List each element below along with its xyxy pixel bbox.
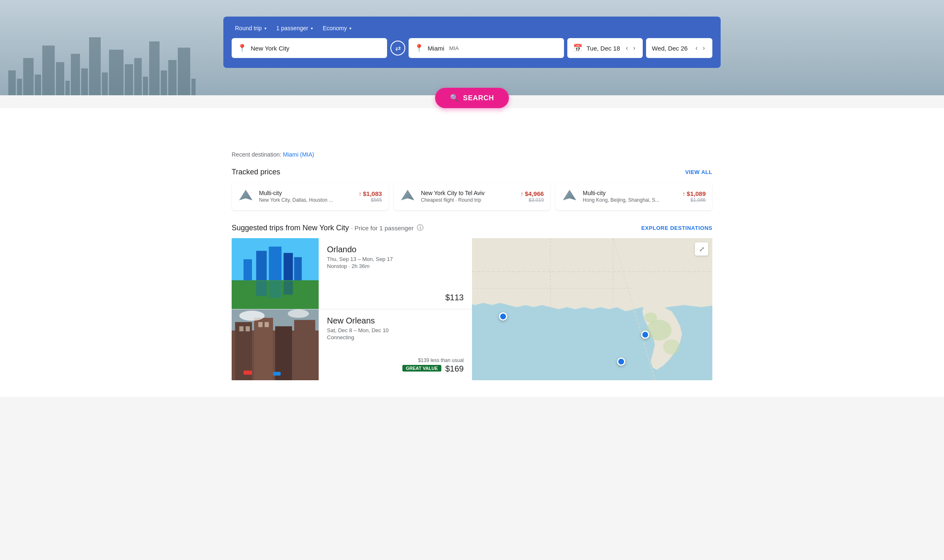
map-pin-1 <box>641 331 649 339</box>
suggested-subtitle: · Price for 1 passenger <box>351 224 414 232</box>
search-label: SEARCH <box>463 94 494 102</box>
svg-rect-13 <box>254 318 273 380</box>
search-button[interactable]: 🔍 SEARCH <box>435 88 509 108</box>
tracked-old-price-1: $3,019 <box>520 197 544 203</box>
trip-card-orlando[interactable]: Orlando Thu, Sep 13 – Mon, Sep 17 Nonsto… <box>232 238 472 309</box>
svg-rect-19 <box>265 322 269 327</box>
explore-destinations-link[interactable]: EXPLORE DESTINATIONS <box>641 225 712 231</box>
tracked-card-0[interactable]: Multi-city New York City, Dallas, Housto… <box>232 182 389 210</box>
airline-icon-1 <box>400 189 415 204</box>
svg-point-20 <box>239 311 264 321</box>
trip-price-label-new-orleans: $139 less than usual <box>418 357 464 363</box>
tracked-sub-0: New York City, Dallas, Houston ... <box>259 197 353 203</box>
view-all-button[interactable]: VIEW ALL <box>685 169 712 175</box>
return-date-nav: ‹ › <box>694 43 707 53</box>
svg-point-29 <box>663 339 680 354</box>
plane-icon-2 <box>563 190 576 203</box>
tracked-title: Tracked prices <box>232 168 280 176</box>
recent-label: Recent destination: <box>232 151 281 158</box>
trip-price-row-new-orleans: $139 less than usual GREAT VALUE $169 <box>327 357 464 374</box>
svg-rect-15 <box>294 320 315 380</box>
swap-button[interactable]: ⇄ <box>390 41 405 56</box>
tracked-old-price-2: $1,086 <box>683 197 706 203</box>
tracked-info-2: Multi-city Hong Kong, Beijing, Shanghai,… <box>583 190 676 203</box>
svg-point-28 <box>646 320 672 340</box>
trip-price-orlando: $113 <box>445 293 464 302</box>
svg-point-30 <box>644 313 657 323</box>
trip-price-row-orlando: $113 <box>327 293 464 302</box>
great-value-badge: GREAT VALUE <box>402 365 441 372</box>
recent-destination-link[interactable]: Miami (MIA) <box>283 151 314 158</box>
trip-price-new-orleans: $169 <box>445 364 464 374</box>
tracked-prices-grid: Multi-city New York City, Dallas, Housto… <box>232 182 712 210</box>
tracked-current-price-0: ↑ $1,083 <box>358 190 382 197</box>
swap-icon: ⇄ <box>395 44 401 52</box>
destination-text: Miami <box>428 45 444 52</box>
price-arrow-2: ↑ <box>683 190 686 197</box>
svg-point-21 <box>288 309 309 318</box>
tracked-info-1: New York City to Tel Aviv Cheapest fligh… <box>421 190 515 203</box>
price-value-0: $1,083 <box>363 190 382 197</box>
destination-code: MIA <box>449 45 459 51</box>
suggested-trips-section: Suggested trips from New York City · Pri… <box>232 224 712 380</box>
trip-card-new-orleans[interactable]: New Orleans Sat, Dec 8 – Mon, Dec 10 Con… <box>232 309 472 380</box>
passengers-chevron: ▾ <box>311 26 313 31</box>
new-orleans-image <box>232 309 319 380</box>
map-area: ⤢ <box>472 238 712 380</box>
trip-city-orlando: Orlando <box>327 245 464 254</box>
trip-details-orlando: Orlando Thu, Sep 13 – Mon, Sep 17 Nonsto… <box>319 238 472 309</box>
suggested-list: Orlando Thu, Sep 13 – Mon, Sep 17 Nonsto… <box>232 238 472 380</box>
building <box>149 41 160 95</box>
svg-rect-17 <box>246 326 250 331</box>
tracked-info-0: Multi-city New York City, Dallas, Housto… <box>259 190 353 203</box>
depart-next-button[interactable]: › <box>632 43 637 53</box>
expand-icon: ⤢ <box>699 245 704 253</box>
return-date-field[interactable]: Wed, Dec 26 ‹ › <box>646 38 712 58</box>
svg-rect-18 <box>258 322 262 327</box>
origin-field[interactable]: 📍 New York City <box>232 38 387 58</box>
svg-rect-3 <box>269 246 282 280</box>
passengers-label: 1 passenger <box>276 25 308 31</box>
depart-date-field[interactable]: 📅 Tue, Dec 18 ‹ › <box>567 38 643 58</box>
tracked-current-price-2: ↑ $1,089 <box>683 190 706 197</box>
return-next-button[interactable]: › <box>701 43 707 53</box>
destination-pin-icon: 📍 <box>414 43 424 53</box>
cabin-class-selector[interactable]: Economy ▾ <box>320 23 355 33</box>
price-value-1: $4,966 <box>525 190 544 197</box>
tracked-card-2[interactable]: Multi-city Hong Kong, Beijing, Shanghai,… <box>555 182 712 210</box>
destination-field[interactable]: 📍 Miami MIA <box>409 38 564 58</box>
trip-type-selector[interactable]: Round trip ▾ <box>232 23 270 33</box>
origin-pin-icon: 📍 <box>237 43 247 53</box>
plane-icon-0 <box>239 190 252 203</box>
tracked-route-0: Multi-city <box>259 190 353 196</box>
depart-prev-button[interactable]: ‹ <box>624 43 629 53</box>
tracked-old-price-0: $565 <box>358 197 382 203</box>
search-icon: 🔍 <box>450 94 459 102</box>
trip-price-badge-row: GREAT VALUE $169 <box>402 364 464 374</box>
suggested-title-wrap: Suggested trips from New York City · Pri… <box>232 224 424 232</box>
return-prev-button[interactable]: ‹ <box>694 43 699 53</box>
svg-marker-26 <box>472 238 712 311</box>
tracked-current-price-1: ↑ $4,966 <box>520 190 544 197</box>
return-date-text: Wed, Dec 26 <box>652 45 687 52</box>
info-icon[interactable]: ⓘ <box>417 224 424 232</box>
tracked-route-2: Multi-city <box>583 190 676 196</box>
trip-stop-new-orleans: Connecting <box>327 334 464 340</box>
tracked-route-1: New York City to Tel Aviv <box>421 190 515 196</box>
search-panel: Round trip ▾ 1 passenger ▾ Economy ▾ 📍 N… <box>223 17 721 68</box>
below-hero: Recent destination: Miami (MIA) Tracked … <box>0 108 944 397</box>
svg-rect-6 <box>244 259 252 280</box>
passengers-selector[interactable]: 1 passenger ▾ <box>273 23 316 33</box>
trip-image-orlando <box>232 238 319 309</box>
cabin-class-label: Economy <box>323 25 347 31</box>
trip-details-new-orleans: New Orleans Sat, Dec 8 – Mon, Dec 10 Con… <box>319 309 472 380</box>
svg-rect-7 <box>256 281 266 296</box>
suggested-title: Suggested trips from New York City · Pri… <box>232 224 414 232</box>
map-expand-button[interactable]: ⤢ <box>695 242 708 256</box>
tracked-card-1[interactable]: New York City to Tel Aviv Cheapest fligh… <box>394 182 551 210</box>
orlando-image <box>232 238 319 309</box>
trip-city-new-orleans: New Orleans <box>327 316 464 326</box>
svg-rect-2 <box>256 251 266 280</box>
svg-rect-8 <box>269 281 282 298</box>
svg-rect-9 <box>283 281 293 295</box>
